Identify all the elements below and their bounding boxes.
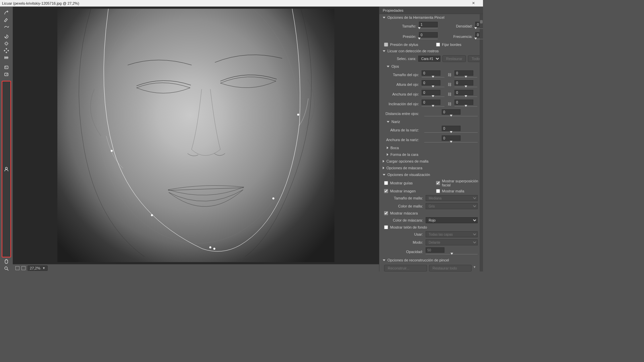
eye-size-label: Tamaño del ojo: xyxy=(379,73,419,77)
eye-width-label: Anchura del ojo: xyxy=(379,92,419,96)
show-mesh-checkbox[interactable]: Mostrar malla xyxy=(431,188,483,194)
eye-height-right-input[interactable] xyxy=(454,80,473,85)
eye-size-left-slider[interactable] xyxy=(422,76,444,79)
density-slider[interactable] xyxy=(475,27,483,30)
fit-screen-icon[interactable] xyxy=(15,266,19,270)
eye-distance-label: Distancia entre ojos: xyxy=(379,112,419,116)
section-load-mesh[interactable]: Cargar opciones de malla xyxy=(379,158,483,165)
canvas-statusbar: 27,2% ▼ xyxy=(13,264,379,272)
hand-tool[interactable] xyxy=(2,258,11,264)
link-icon[interactable]: ⛓ xyxy=(447,73,452,77)
size-input[interactable] xyxy=(419,22,438,27)
svg-point-4 xyxy=(98,9,299,243)
eye-size-right-input[interactable] xyxy=(454,70,473,76)
svg-point-3 xyxy=(5,267,7,269)
svg-rect-0 xyxy=(5,66,8,69)
toolbar xyxy=(0,7,13,272)
photo xyxy=(57,9,334,262)
nose-width-input[interactable] xyxy=(442,135,461,141)
rate-slider[interactable] xyxy=(475,38,483,41)
smooth-tool[interactable] xyxy=(2,23,11,30)
show-guides-checkbox[interactable]: Mostrar guías xyxy=(379,178,431,188)
face-tool[interactable] xyxy=(2,81,11,257)
mask-color-dropdown[interactable]: Rojo xyxy=(426,217,478,223)
reconstruct-tool[interactable] xyxy=(2,16,11,23)
bloat-tool[interactable] xyxy=(2,47,11,54)
use-label: Usar: xyxy=(387,232,423,236)
mesh-color-dropdown: Gris xyxy=(426,203,478,209)
scrollbar[interactable] xyxy=(480,14,483,272)
section-nose[interactable]: Nariz xyxy=(379,118,483,125)
section-reconstruction[interactable]: Opciones de reconstrucción de pincel xyxy=(379,257,483,263)
show-face-overlay-checkbox[interactable]: Mostrar superposición facial xyxy=(431,178,483,188)
actual-pixels-icon[interactable] xyxy=(21,266,25,270)
twirl-tool[interactable] xyxy=(2,33,11,40)
eye-distance-input[interactable] xyxy=(442,109,461,115)
thaw-mask-tool[interactable] xyxy=(2,71,11,77)
eye-tilt-label: Inclinación del ojo: xyxy=(379,102,419,106)
svg-rect-1 xyxy=(5,73,8,76)
reconstruct-button[interactable]: Reconstruir... xyxy=(384,265,427,272)
section-brush[interactable]: Opciones de la Herramienta Pincel xyxy=(379,14,483,21)
zoom-tool[interactable] xyxy=(2,265,11,272)
pin-edges-checkbox[interactable]: Fijar bordes xyxy=(431,42,483,48)
select-face-dropdown[interactable]: Cara #1 xyxy=(418,56,440,62)
show-mask-checkbox[interactable]: Mostrar máscara xyxy=(379,210,483,216)
forward-warp-tool[interactable] xyxy=(2,9,11,16)
restore-all-button[interactable]: Restaurar todo xyxy=(429,265,472,272)
window-title: Licuar (pexels-krivitskiy-1205716.jpg @ … xyxy=(2,1,79,5)
canvas-wrap: 27,2% ▼ xyxy=(13,7,379,272)
close-icon[interactable]: ✕ xyxy=(466,0,481,7)
density-label: Densidad: xyxy=(443,24,473,28)
section-face-aware[interactable]: Licuar con detección de rostros xyxy=(379,48,483,54)
mask-color-label: Color de máscara: xyxy=(387,218,423,222)
svg-point-6 xyxy=(161,83,169,91)
eye-distance-slider[interactable] xyxy=(424,115,478,118)
size-slider[interactable] xyxy=(419,27,438,30)
nose-height-label: Altura de la nariz: xyxy=(379,128,419,132)
mode-dropdown: Delante xyxy=(426,239,478,245)
canvas[interactable] xyxy=(13,7,379,264)
svg-point-10 xyxy=(242,78,245,80)
eye-width-right-input[interactable] xyxy=(454,90,473,95)
eye-size-left-input[interactable] xyxy=(422,70,440,76)
freeze-mask-tool[interactable] xyxy=(2,64,11,70)
push-left-tool[interactable] xyxy=(2,54,11,61)
link-icon[interactable]: ⛓ xyxy=(447,92,452,96)
nose-width-label: Anchura de la nariz: xyxy=(379,138,419,142)
pucker-tool[interactable] xyxy=(2,40,11,47)
link-icon[interactable]: ⛓ xyxy=(447,102,452,106)
mesh-color-label: Color de malla: xyxy=(387,204,423,208)
eye-size-right-slider[interactable] xyxy=(454,76,477,79)
section-face-shape[interactable]: Forma de la cara xyxy=(379,151,483,158)
pressure-slider[interactable] xyxy=(419,38,438,41)
pressure-input[interactable] xyxy=(419,32,438,38)
eye-width-left-input[interactable] xyxy=(422,90,440,95)
panel-body: Opciones de la Herramienta Pincel Tamaño… xyxy=(379,14,483,272)
show-image-checkbox[interactable]: Mostrar imagen xyxy=(379,188,431,194)
svg-point-8 xyxy=(238,72,257,91)
mesh-size-dropdown: Mediana xyxy=(426,195,478,201)
svg-point-7 xyxy=(159,83,162,86)
eye-tilt-left-input[interactable] xyxy=(422,100,440,105)
use-dropdown: Todas las capas xyxy=(426,231,478,237)
eye-height-left-input[interactable] xyxy=(422,80,440,85)
mesh-size-label: Tamaño de malla: xyxy=(387,196,423,200)
svg-point-11 xyxy=(190,154,197,159)
opacity-input xyxy=(426,247,444,253)
eye-tilt-right-input[interactable] xyxy=(454,100,473,105)
section-eyes[interactable]: Ojos xyxy=(379,63,483,70)
zoom-dropdown[interactable]: 27,2% ▼ xyxy=(28,265,48,271)
zoom-value: 27,2% xyxy=(30,266,40,270)
chevron-down-icon: ▼ xyxy=(42,266,45,270)
show-backdrop-checkbox[interactable]: Mostrar telón de fondo xyxy=(379,224,483,230)
nose-height-input[interactable] xyxy=(442,126,461,131)
section-mask-options[interactable]: Opciones de máscara xyxy=(379,165,483,171)
link-icon[interactable]: ⛓ xyxy=(447,82,452,86)
section-mouth[interactable]: Boca xyxy=(379,144,483,151)
pressure-label: Presión: xyxy=(387,35,416,39)
restore-button[interactable]: Restaurar xyxy=(442,55,466,62)
opacity-label: Opacidad: xyxy=(387,250,423,254)
options-icon[interactable]: ▾ xyxy=(474,265,478,272)
section-view[interactable]: Opciones de visualización xyxy=(379,171,483,178)
